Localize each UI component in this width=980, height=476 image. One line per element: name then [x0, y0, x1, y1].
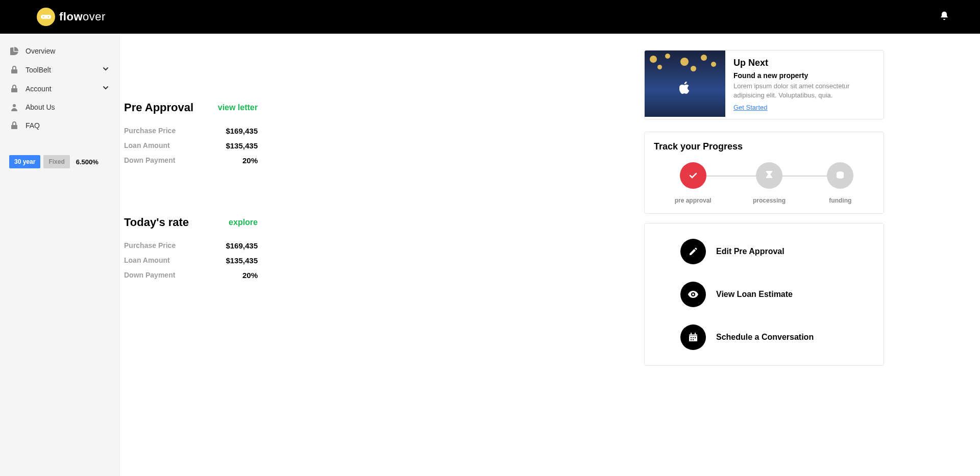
- coins-icon: [827, 162, 853, 189]
- step-label: processing: [753, 197, 786, 204]
- progress-title: Track your Progress: [654, 141, 874, 152]
- action-label: Schedule a Conversation: [716, 333, 814, 342]
- logo[interactable]: flowover: [37, 8, 106, 26]
- hourglass-icon: [756, 162, 782, 189]
- pa-row-price: Purchase Price $169,435: [124, 127, 258, 135]
- check-icon: [680, 162, 706, 189]
- up-next-subtitle: Found a new property: [733, 71, 875, 80]
- preapproval-block: Pre Approval view letter Purchase Price …: [124, 101, 258, 165]
- svg-rect-16: [693, 339, 694, 340]
- sidebar-item-faq[interactable]: FAQ: [6, 116, 113, 135]
- sidebar-item-account[interactable]: Account: [6, 79, 113, 98]
- todays-rate-block: Today's rate explore Purchase Price $169…: [124, 216, 258, 280]
- row-value: 20%: [242, 271, 258, 280]
- sidebar-item-about[interactable]: About Us: [6, 98, 113, 116]
- pa-row-down: Down Payment 20%: [124, 156, 258, 165]
- rate-value: 6.500%: [76, 158, 99, 166]
- type-pill[interactable]: Fixed: [43, 155, 69, 168]
- sidebar-item-overview[interactable]: Overview: [6, 42, 113, 60]
- sidebar-item-toolbelt[interactable]: ToolBelt: [6, 60, 113, 79]
- action-view-estimate[interactable]: View Loan Estimate: [680, 282, 848, 307]
- row-value: $135,435: [226, 141, 258, 150]
- get-started-link[interactable]: Get Started: [733, 104, 767, 111]
- gamepad-icon: [41, 13, 51, 20]
- svg-rect-14: [695, 337, 696, 338]
- svg-rect-9: [689, 334, 697, 336]
- svg-rect-12: [691, 337, 692, 338]
- action-label: View Loan Estimate: [716, 290, 793, 299]
- tr-row-price: Purchase Price $169,435: [124, 241, 258, 250]
- user-icon: [10, 103, 18, 111]
- svg-rect-10: [691, 333, 692, 335]
- bell-icon: [939, 11, 949, 21]
- up-next-card: Up Next Found a new property Lorem ipsum…: [644, 50, 884, 119]
- term-pill[interactable]: 30 year: [9, 155, 40, 168]
- main-content: Pre Approval view letter Purchase Price …: [120, 34, 980, 476]
- row-label: Down Payment: [124, 271, 175, 280]
- preapproval-title: Pre Approval: [124, 101, 193, 114]
- row-label: Down Payment: [124, 156, 175, 165]
- sidebar: Overview ToolBelt Account About Us FAQ 3…: [0, 34, 120, 476]
- logo-text: flowover: [59, 10, 106, 23]
- view-letter-link[interactable]: view letter: [218, 103, 258, 112]
- left-column: Pre Approval view letter Purchase Price …: [124, 50, 451, 460]
- eye-icon: [680, 282, 706, 307]
- calendar-icon: [680, 324, 706, 350]
- row-value: 20%: [242, 156, 258, 165]
- svg-rect-15: [691, 339, 692, 340]
- chevron-down-icon: [102, 65, 109, 74]
- step-preapproval: pre approval: [675, 162, 712, 204]
- lock-icon: [10, 85, 18, 93]
- pencil-icon: [680, 239, 706, 264]
- notifications-button[interactable]: [939, 11, 949, 23]
- chart-pie-icon: [10, 47, 18, 55]
- svg-point-1: [43, 16, 44, 17]
- row-value: $169,435: [226, 127, 258, 135]
- up-next-title: Up Next: [733, 58, 875, 68]
- up-next-image: [645, 51, 725, 117]
- app-header: flowover: [0, 0, 980, 34]
- rate-summary: 30 year Fixed 6.500%: [6, 155, 113, 168]
- sidebar-item-label: Overview: [26, 47, 55, 55]
- right-column: Up Next Found a new property Lorem ipsum…: [644, 50, 884, 460]
- action-edit-preapproval[interactable]: Edit Pre Approval: [680, 239, 848, 264]
- row-value: $135,435: [226, 256, 258, 265]
- step-processing: processing: [753, 162, 786, 204]
- sidebar-item-label: ToolBelt: [26, 66, 51, 74]
- svg-rect-0: [41, 15, 51, 19]
- lock-icon: [10, 66, 18, 74]
- row-value: $169,435: [226, 241, 258, 250]
- step-label: funding: [829, 197, 851, 204]
- sidebar-item-label: About Us: [26, 103, 55, 111]
- pa-row-loan: Loan Amount $135,435: [124, 141, 258, 150]
- lock-icon: [10, 121, 18, 130]
- svg-rect-4: [11, 88, 17, 92]
- svg-point-2: [48, 16, 49, 17]
- sidebar-item-label: Account: [26, 85, 52, 93]
- chevron-down-icon: [102, 84, 109, 93]
- svg-rect-13: [693, 337, 694, 338]
- todays-rate-title: Today's rate: [124, 216, 189, 229]
- svg-rect-6: [11, 125, 17, 129]
- up-next-description: Lorem ipsum dolor sit amet consectetur a…: [733, 82, 875, 99]
- progress-steps: pre approval processing funding: [654, 162, 874, 204]
- row-label: Purchase Price: [124, 241, 176, 250]
- row-label: Loan Amount: [124, 141, 170, 150]
- explore-link[interactable]: explore: [229, 218, 258, 227]
- logo-badge: [37, 8, 55, 26]
- step-funding: funding: [827, 162, 853, 204]
- action-schedule-conversation[interactable]: Schedule a Conversation: [680, 324, 848, 350]
- progress-card: Track your Progress pre approval process…: [644, 132, 884, 214]
- svg-rect-3: [11, 69, 17, 73]
- apple-icon: [679, 81, 691, 96]
- action-label: Edit Pre Approval: [716, 247, 785, 256]
- step-label: pre approval: [675, 197, 712, 204]
- sidebar-item-label: FAQ: [26, 121, 40, 130]
- svg-point-5: [13, 104, 16, 107]
- actions-card: Edit Pre Approval View Loan Estimate Sch…: [644, 223, 884, 366]
- row-label: Loan Amount: [124, 256, 170, 265]
- row-label: Purchase Price: [124, 127, 176, 135]
- tr-row-loan: Loan Amount $135,435: [124, 256, 258, 265]
- svg-rect-11: [695, 333, 696, 335]
- tr-row-down: Down Payment 20%: [124, 271, 258, 280]
